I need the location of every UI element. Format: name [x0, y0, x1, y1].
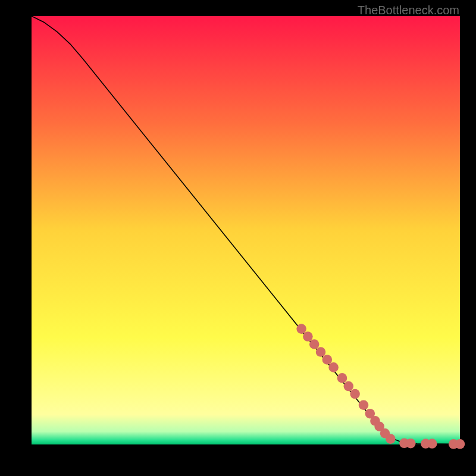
data-marker — [359, 400, 369, 410]
data-marker — [309, 339, 320, 349]
attribution-text: TheBottleneck.com — [358, 4, 459, 17]
data-marker — [316, 347, 326, 357]
data-marker — [455, 439, 465, 449]
data-marker — [322, 355, 333, 365]
data-marker — [427, 439, 437, 449]
data-marker — [303, 331, 313, 342]
chart-svg — [32, 16, 460, 444]
data-marker — [406, 439, 416, 449]
curve-line — [32, 16, 460, 444]
data-marker — [386, 434, 396, 444]
data-marker — [296, 324, 306, 334]
data-marker — [337, 373, 347, 383]
marker-layer — [296, 324, 465, 449]
data-marker — [328, 362, 339, 372]
data-marker — [344, 381, 354, 392]
plot-area — [32, 16, 460, 444]
chart-stage: TheBottleneck.com — [0, 0, 476, 476]
data-marker — [350, 389, 360, 399]
